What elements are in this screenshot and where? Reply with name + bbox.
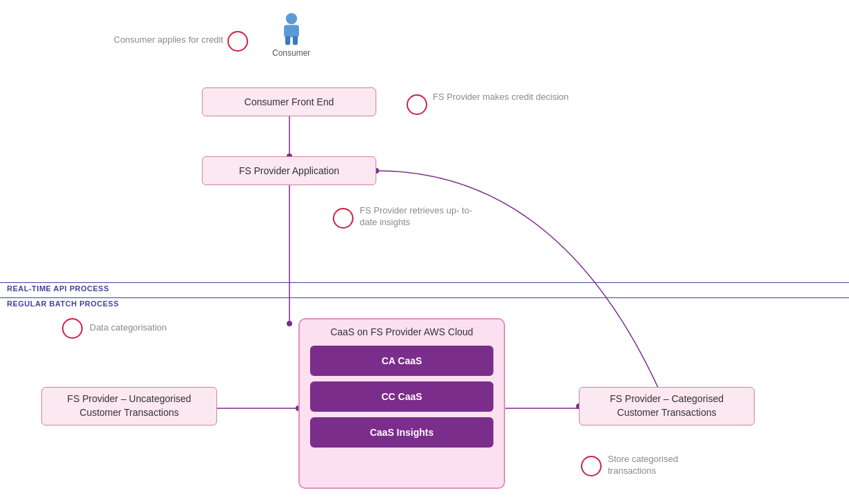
uncategorised-box: FS Provider – Uncategorised Customer Tra… bbox=[41, 387, 217, 426]
circle-retrieves bbox=[333, 208, 354, 229]
batch-divider bbox=[0, 297, 849, 298]
caas-container-box: CaaS on FS Provider AWS Cloud CA CaaS CC… bbox=[298, 318, 505, 489]
consumer-front-end-box: Consumer Front End bbox=[202, 87, 376, 116]
circle-credit-decision bbox=[407, 94, 427, 115]
fs-provider-application-box: FS Provider Application bbox=[202, 156, 376, 185]
svg-rect-12 bbox=[285, 36, 290, 45]
caas-insights-box: CaaS Insights bbox=[310, 417, 493, 448]
ca-caas-box: CA CaaS bbox=[310, 346, 493, 376]
circle-store-cat bbox=[581, 456, 602, 476]
cc-caas-box: CC CaaS bbox=[310, 381, 493, 412]
svg-rect-11 bbox=[284, 25, 299, 37]
svg-point-2 bbox=[287, 321, 292, 326]
svg-point-10 bbox=[285, 13, 296, 24]
categorised-box: FS Provider – Categorised Customer Trans… bbox=[579, 387, 755, 426]
realtime-label: REAL-TIME API PROCESS bbox=[7, 284, 109, 293]
consumer-label: Consumer bbox=[272, 48, 310, 58]
label-store-cat: Store categorised transactions bbox=[608, 454, 718, 477]
svg-rect-13 bbox=[292, 36, 297, 45]
label-data-cat: Data categorisation bbox=[90, 322, 193, 334]
caas-container-label: CaaS on FS Provider AWS Cloud bbox=[310, 326, 493, 337]
label-credit-decision: FS Provider makes credit decision bbox=[433, 92, 571, 103]
circle-data-cat bbox=[62, 318, 83, 339]
diagram: REAL-TIME API PROCESS REGULAR BATCH PROC… bbox=[0, 0, 849, 504]
label-retrieves: FS Provider retrieves up- to-date insigh… bbox=[360, 205, 484, 229]
batch-label: REGULAR BATCH PROCESS bbox=[7, 300, 119, 308]
circle-consumer-applies bbox=[227, 31, 248, 52]
realtime-divider bbox=[0, 282, 849, 283]
label-consumer-applies: Consumer applies for credit bbox=[114, 34, 224, 46]
consumer-figure: Consumer bbox=[272, 12, 310, 58]
